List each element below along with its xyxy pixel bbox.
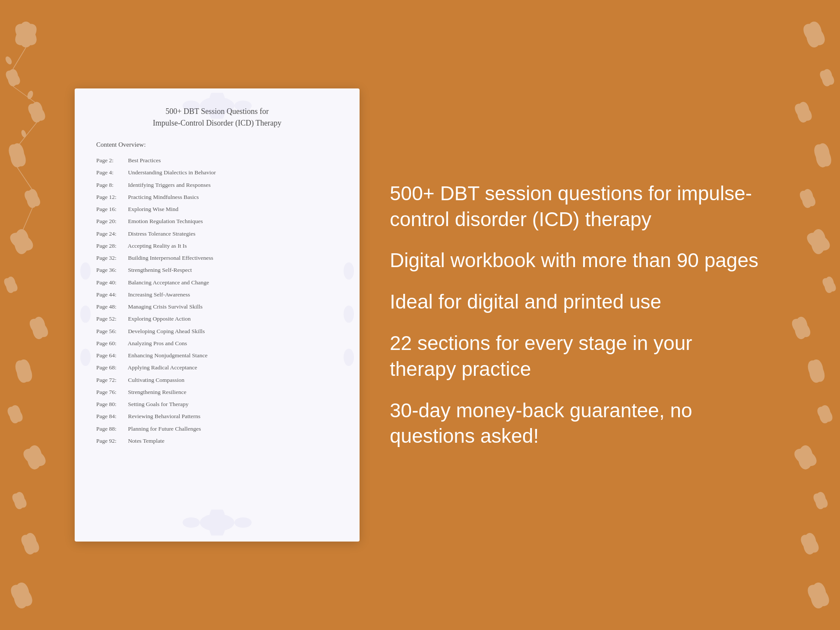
info-item-1: 500+ DBT session questions for impulse-c… — [390, 181, 761, 233]
svg-line-47 — [22, 208, 32, 233]
svg-point-105 — [80, 349, 91, 366]
toc-entry: Page 36: Strengthening Self-Respect — [96, 264, 338, 276]
toc-entry: Page 28: Accepting Reality as It Is — [96, 240, 338, 252]
svg-point-9 — [34, 110, 39, 115]
table-of-contents: Page 2: Best PracticesPage 4: Understand… — [96, 154, 338, 447]
info-item-4: 22 sections for every stage in your ther… — [390, 331, 761, 382]
toc-entry: Page 48: Managing Crisis Survival Skills — [96, 301, 338, 313]
content-overview-label: Content Overview: — [96, 141, 338, 148]
svg-point-98 — [200, 514, 234, 531]
svg-line-46 — [17, 167, 32, 190]
toc-entry: Page 24: Distress Tolerance Strategies — [96, 228, 338, 240]
svg-point-106 — [344, 262, 354, 280]
toc-entry: Page 40: Balancing Acceptance and Change — [96, 277, 338, 289]
svg-point-99 — [208, 510, 226, 536]
svg-point-107 — [344, 306, 354, 323]
svg-point-103 — [80, 262, 91, 280]
toc-entry: Page 68: Applying Radical Acceptance — [96, 362, 338, 374]
svg-point-49 — [26, 90, 34, 100]
svg-point-104 — [80, 306, 91, 323]
svg-point-33 — [31, 454, 38, 461]
svg-point-3 — [22, 31, 29, 38]
toc-entry: Page 88: Planning for Future Challenges — [96, 423, 338, 435]
svg-line-44 — [13, 86, 37, 104]
svg-point-24 — [36, 325, 41, 331]
floral-right — [788, 0, 840, 630]
svg-point-6 — [11, 76, 15, 80]
toc-entry: Page 4: Understanding Dialectics in Beha… — [96, 167, 338, 179]
svg-point-30 — [13, 412, 17, 416]
svg-point-102 — [234, 517, 252, 528]
svg-point-18 — [18, 238, 25, 245]
svg-point-56 — [825, 76, 829, 80]
floral-left — [0, 0, 52, 630]
toc-entry: Page 20: Emotion Regulation Techniques — [96, 215, 338, 227]
svg-point-83 — [802, 454, 809, 461]
svg-point-86 — [818, 498, 823, 503]
toc-entry: Page 2: Best Practices — [96, 154, 338, 167]
svg-point-92 — [815, 592, 822, 599]
svg-point-15 — [30, 196, 35, 201]
svg-point-62 — [820, 152, 826, 158]
svg-point-59 — [801, 110, 806, 115]
svg-point-21 — [9, 283, 13, 287]
svg-point-39 — [28, 541, 33, 546]
toc-entry: Page 52: Exploring Opposite Action — [96, 313, 338, 325]
toc-entry: Page 76: Strengthening Resilience — [96, 386, 338, 398]
toc-entry: Page 84: Reviewing Behavioral Patterns — [96, 410, 338, 422]
toc-entry: Page 92: Notes Template — [96, 435, 338, 447]
svg-point-68 — [815, 238, 822, 245]
svg-point-100 — [213, 518, 221, 527]
info-item-3: Ideal for digital and printed use — [390, 289, 761, 315]
svg-point-101 — [183, 517, 200, 528]
svg-point-27 — [21, 368, 27, 374]
toc-entry: Page 64: Enhancing Nonjudgmental Stance — [96, 350, 338, 362]
svg-point-108 — [344, 349, 354, 366]
svg-point-80 — [823, 412, 827, 416]
svg-point-74 — [799, 325, 804, 331]
toc-entry: Page 16: Exploring Wise Mind — [96, 203, 338, 215]
svg-point-48 — [4, 55, 13, 65]
svg-point-53 — [811, 31, 818, 38]
toc-entry: Page 44: Increasing Self-Awareness — [96, 289, 338, 301]
svg-point-77 — [813, 368, 819, 374]
toc-entry: Page 12: Practicing Mindfulness Basics — [96, 191, 338, 203]
svg-line-45 — [17, 123, 37, 147]
toc-entry: Page 72: Cultivating Compassion — [96, 374, 338, 386]
svg-point-12 — [14, 152, 20, 158]
info-item-5: 30-day money-back guarantee, no question… — [390, 398, 761, 450]
toc-entry: Page 80: Setting Goals for Therapy — [96, 398, 338, 410]
svg-point-36 — [17, 498, 22, 503]
svg-line-43 — [13, 47, 26, 69]
toc-entry: Page 60: Analyzing Pros and Cons — [96, 337, 338, 350]
document-title: 500+ DBT Session Questions for Impulse-C… — [96, 106, 338, 129]
main-container: 500+ DBT Session Questions for Impulse-C… — [75, 88, 765, 542]
info-item-2: Digital workbook with more than 90 pages — [390, 248, 761, 274]
svg-point-65 — [805, 196, 810, 201]
svg-point-50 — [20, 129, 27, 138]
toc-entry: Page 32: Building Interpersonal Effectiv… — [96, 252, 338, 264]
info-panel: 500+ DBT session questions for impulse-c… — [385, 172, 765, 458]
toc-entry: Page 56: Developing Coping Ahead Skills — [96, 325, 338, 337]
toc-entry: Page 8: Identifying Triggers and Respons… — [96, 179, 338, 191]
svg-point-71 — [827, 283, 831, 287]
document-panel: 500+ DBT Session Questions for Impulse-C… — [75, 88, 360, 542]
svg-point-42 — [18, 592, 25, 599]
svg-point-89 — [807, 541, 812, 546]
